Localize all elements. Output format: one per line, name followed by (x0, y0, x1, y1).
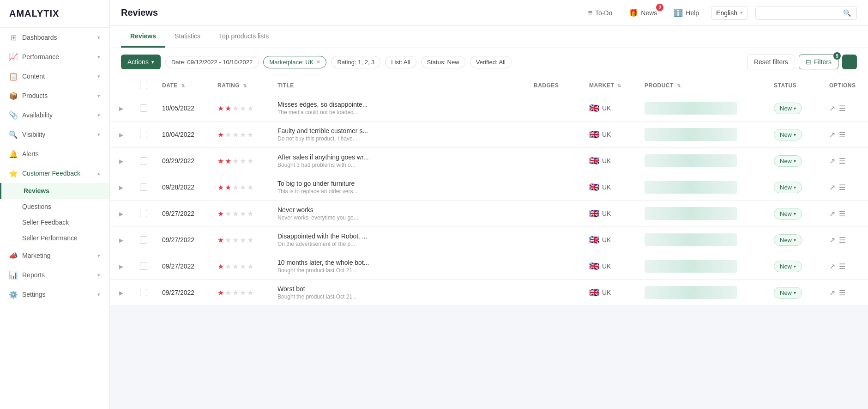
row-checkbox[interactable] (140, 210, 147, 217)
expand-icon[interactable]: ▶ (117, 288, 125, 298)
sidebar-item-visibility[interactable]: 🔍 Visibility ▾ (0, 125, 109, 144)
sidebar-subitem-seller-performance[interactable]: Seller Performance (22, 230, 109, 246)
row-checkbox[interactable] (140, 131, 147, 138)
row-checkbox[interactable] (140, 183, 147, 191)
row-checkbox[interactable] (140, 289, 147, 296)
status-badge[interactable]: New ▾ (774, 103, 802, 114)
review-title[interactable]: Never works (277, 206, 519, 214)
page-title: Reviews (121, 7, 158, 18)
status-badge[interactable]: New ▾ (774, 261, 802, 272)
list-options-icon[interactable]: ☰ (839, 183, 845, 192)
review-title[interactable]: To big to go under furniture (277, 180, 519, 187)
review-title[interactable]: Disappointed with the Robot. ... (277, 232, 519, 240)
status-badge[interactable]: New ▾ (774, 234, 802, 246)
topbar-actions: ≡ To-Do 🎁 News 2 ℹ️ Help English ▾ 🔍 (584, 6, 857, 20)
col-market-header[interactable]: MARKET ⇅ (582, 76, 637, 95)
status-badge[interactable]: New ▾ (774, 208, 802, 220)
actions-button[interactable]: Actions ▾ (121, 55, 161, 69)
search-input[interactable] (761, 9, 839, 17)
status-badge[interactable]: New ▾ (774, 287, 802, 299)
sidebar-item-availability[interactable]: 📎 Availability ▾ (0, 105, 109, 125)
external-link-icon[interactable]: ↗ (829, 288, 835, 297)
todo-button[interactable]: ≡ To-Do (584, 6, 617, 20)
sidebar-item-dashboards[interactable]: ⊞ Dashboards ▾ (0, 28, 109, 47)
expand-icon[interactable]: ▶ (117, 104, 125, 114)
title-cell: Never works Never works, everytime you g… (270, 201, 526, 227)
search-bar[interactable]: 🔍 (755, 6, 857, 20)
external-link-icon[interactable]: ↗ (829, 104, 835, 113)
row-checkbox[interactable] (140, 262, 147, 270)
expand-icon[interactable]: ▶ (117, 156, 125, 166)
sidebar-subitem-reviews[interactable]: Reviews (0, 183, 109, 199)
marketplace-filter-close-icon[interactable]: ✕ (316, 59, 320, 65)
sidebar-item-performance[interactable]: 📈 Performance ▾ (0, 47, 109, 67)
list-options-icon[interactable]: ☰ (839, 236, 845, 244)
list-options-icon[interactable]: ☰ (839, 130, 845, 139)
marketplace-filter-pill[interactable]: Marketplace: UK ✕ (263, 56, 326, 68)
external-link-icon[interactable]: ↗ (829, 262, 835, 271)
filters-button[interactable]: ⊟ Filters 9 (799, 55, 838, 69)
sidebar-item-settings[interactable]: ⚙️ Settings ▾ (0, 285, 109, 304)
sidebar-item-alerts[interactable]: 🔔 Alerts (0, 144, 109, 164)
external-link-icon[interactable]: ↗ (829, 130, 835, 139)
external-link-icon[interactable]: ↗ (829, 236, 835, 244)
date-filter-pill[interactable]: Date: 09/12/2022 - 10/10/2022 (165, 56, 259, 68)
review-title[interactable]: Faulty and terrible customer s... (277, 127, 519, 134)
product-sort-icon: ⇅ (677, 83, 681, 88)
review-title[interactable]: 10 months later, the whole bot... (277, 259, 519, 266)
external-link-icon[interactable]: ↗ (829, 157, 835, 165)
review-title[interactable]: After sales if anything goes wr... (277, 153, 519, 161)
tab-statistics[interactable]: Statistics (165, 26, 210, 48)
verified-filter-pill[interactable]: Verified: All (470, 56, 512, 68)
sidebar-item-reports[interactable]: 📊 Reports ▾ (0, 265, 109, 285)
row-checkbox[interactable] (140, 236, 147, 244)
help-button[interactable]: ℹ️ Help (669, 6, 704, 20)
list-options-icon[interactable]: ☰ (839, 104, 845, 113)
expand-icon[interactable]: ▶ (117, 262, 125, 272)
table-row: ▶ 09/27/2022 ★★★★★ Disappointed with the… (110, 227, 868, 253)
row-checkbox[interactable] (140, 104, 147, 112)
col-date-header[interactable]: DATE ⇅ (155, 76, 210, 95)
sidebar-item-content[interactable]: 📋 Content ▾ (0, 67, 109, 86)
sidebar-subitem-questions[interactable]: Questions (22, 199, 109, 214)
col-check (133, 76, 155, 95)
export-button[interactable] (842, 55, 857, 69)
tab-top-products[interactable]: Top products lists (210, 26, 278, 48)
review-title[interactable]: Misses edges, so disappointe... (277, 101, 519, 108)
status-badge[interactable]: New ▾ (774, 129, 802, 140)
news-button[interactable]: 🎁 News 2 (624, 6, 662, 20)
help-icon: ℹ️ (674, 8, 683, 17)
tab-reviews[interactable]: Reviews (121, 26, 165, 48)
rating-cell: ★★★★★ (210, 174, 270, 201)
sidebar-item-customer-feedback[interactable]: ⭐ Customer Feedback ▴ (0, 164, 109, 183)
expand-icon[interactable]: ▶ (117, 183, 125, 193)
list-options-icon[interactable]: ☰ (839, 209, 845, 218)
sidebar-subitem-seller-feedback[interactable]: Seller Feedback (22, 214, 109, 230)
sidebar-item-products[interactable]: 📦 Products ▾ (0, 86, 109, 105)
external-link-icon[interactable]: ↗ (829, 209, 835, 218)
reset-filters-button[interactable]: Reset filters (747, 55, 795, 69)
news-label: News (641, 9, 657, 17)
language-selector[interactable]: English ▾ (711, 6, 748, 20)
select-all-checkbox[interactable] (140, 82, 147, 89)
date-cell: 09/27/2022 (155, 280, 210, 306)
list-options-icon[interactable]: ☰ (839, 288, 845, 297)
col-product-header[interactable]: PRODUCT ⇅ (637, 76, 766, 95)
expand-icon[interactable]: ▶ (117, 235, 125, 245)
expand-icon[interactable]: ▶ (117, 209, 125, 219)
rating-filter-pill[interactable]: Rating: 1, 2, 3 (331, 56, 380, 68)
external-link-icon[interactable]: ↗ (829, 183, 835, 192)
col-rating-header[interactable]: RATING ⇅ (210, 76, 270, 95)
chevron-icon: ▾ (97, 272, 100, 278)
badges-cell (526, 174, 582, 201)
expand-icon[interactable]: ▶ (117, 130, 125, 140)
list-options-icon[interactable]: ☰ (839, 262, 845, 271)
list-options-icon[interactable]: ☰ (839, 157, 845, 165)
row-checkbox[interactable] (140, 157, 147, 165)
list-filter-pill[interactable]: List: All (385, 56, 416, 68)
sidebar-item-marketing[interactable]: 📣 Marketing ▾ (0, 246, 109, 265)
status-badge[interactable]: New ▾ (774, 155, 802, 167)
review-title[interactable]: Worst bot (277, 285, 519, 293)
status-badge[interactable]: New ▾ (774, 182, 802, 193)
status-filter-pill[interactable]: Status: New (421, 56, 465, 68)
